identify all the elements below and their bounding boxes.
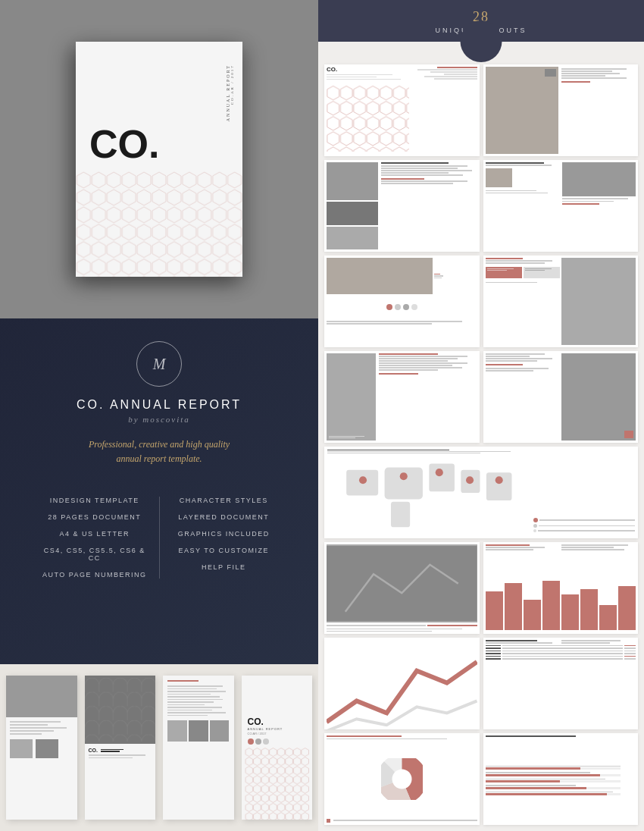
mockup-page-2: CO. xyxy=(85,676,156,820)
feature-graphics: GRAPHICS INCLUDED xyxy=(167,530,281,538)
svg-rect-3 xyxy=(85,678,156,742)
layout-thumb-9 xyxy=(324,447,638,538)
moscovita-logo: M xyxy=(136,341,182,387)
svg-rect-19 xyxy=(327,546,477,621)
features-grid: INDESIGN TEMPLATE 28 PAGES DOCUMENT A4 &… xyxy=(30,497,288,579)
right-panel: 28 UNIQUE LAYOUTS CO. xyxy=(318,0,644,831)
bottom-mockup: CO. xyxy=(0,664,318,831)
svg-rect-9 xyxy=(385,468,423,500)
layouts-grid: CO. xyxy=(318,42,644,831)
feature-size: A4 & US LETTER xyxy=(38,530,152,538)
svg-point-24 xyxy=(392,769,411,789)
feature-indesign: INDESIGN TEMPLATE xyxy=(38,497,152,504)
cover-section: ANNUAL REPORT CO.AR / 2017 CO. xyxy=(0,0,318,318)
features-col-right: CHARACTER STYLES LAYERED DOCUMENT GRAPHI… xyxy=(160,497,289,579)
layouts-header: 28 UNIQUE LAYOUTS xyxy=(318,0,644,42)
svg-point-14 xyxy=(359,476,367,484)
layout-thumb-5 xyxy=(324,256,480,347)
layout-thumb-4 xyxy=(483,160,639,252)
feature-customize: EASY TO CUSTOMIZE xyxy=(167,547,281,554)
layout-thumb-7 xyxy=(324,351,480,443)
svg-rect-13 xyxy=(391,502,410,528)
feature-char-styles: CHARACTER STYLES xyxy=(167,497,281,504)
info-by: by moscovita xyxy=(128,415,190,424)
layout-thumb-14 xyxy=(324,733,480,825)
feature-help: HELP FILE xyxy=(167,563,281,571)
feature-pages: 28 PAGES DOCUMENT xyxy=(38,513,152,521)
svg-rect-10 xyxy=(429,464,455,492)
cover-co-text: CO. xyxy=(89,124,229,164)
layout-thumb-13 xyxy=(483,638,639,729)
info-section: M CO. ANNUAL REPORT by moscovita Profess… xyxy=(0,318,318,664)
cover-annual-report: ANNUAL REPORT CO.AR / 2017 xyxy=(226,64,235,121)
svg-rect-1 xyxy=(76,171,242,278)
svg-rect-5 xyxy=(245,748,308,820)
svg-point-17 xyxy=(466,476,474,484)
svg-point-15 xyxy=(400,472,408,480)
layout-thumb-2 xyxy=(483,64,639,156)
features-col-left: INDESIGN TEMPLATE 28 PAGES DOCUMENT A4 &… xyxy=(30,497,159,579)
info-content: M CO. ANNUAL REPORT by moscovita Profess… xyxy=(30,341,288,579)
feature-autonumber: AUTO PAGE NUMBERING xyxy=(38,571,152,579)
svg-point-16 xyxy=(436,469,443,476)
layout-thumb-6 xyxy=(483,256,639,347)
layout-thumb-15 xyxy=(483,733,639,825)
feature-cs: CS4, CS5, CS5.5, CS6 & CC xyxy=(38,547,152,562)
left-panel: ANNUAL REPORT CO.AR / 2017 CO. xyxy=(0,0,318,831)
layout-thumb-1: CO. xyxy=(324,64,480,156)
svg-rect-7 xyxy=(327,85,409,151)
book-cover: ANNUAL REPORT CO.AR / 2017 CO. xyxy=(76,42,242,277)
info-tagline: Professional, creative and high qualitya… xyxy=(89,437,230,466)
mockup-page-1 xyxy=(6,676,77,820)
layout-thumb-8 xyxy=(483,351,639,443)
cover-top: ANNUAL REPORT CO.AR / 2017 CO. xyxy=(76,42,242,171)
mockup-page-4: CO. ANNUAL REPORT CO.AR / 2017 xyxy=(242,676,313,820)
layout-thumb-12 xyxy=(324,638,480,729)
feature-layered: LAYERED DOCUMENT xyxy=(167,513,281,521)
mockup-page-3 xyxy=(163,676,234,820)
layout-thumb-11 xyxy=(483,542,639,634)
layout-thumb-3 xyxy=(324,160,480,252)
layout-thumb-10 xyxy=(324,542,480,634)
circle-deco xyxy=(461,20,502,62)
svg-point-18 xyxy=(496,476,503,484)
info-title: CO. ANNUAL REPORT xyxy=(77,398,242,412)
cover-pattern xyxy=(76,171,242,278)
